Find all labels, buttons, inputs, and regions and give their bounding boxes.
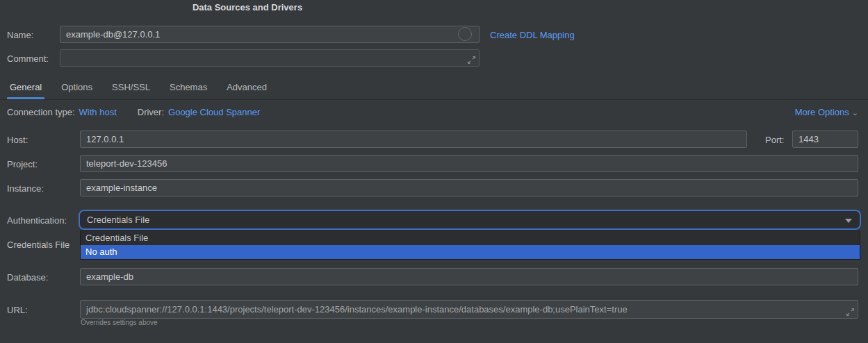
dialog-title: Data Sources and Drivers [0,2,495,12]
name-label: Name: [7,30,33,40]
url-input[interactable] [80,300,858,319]
expand-icon[interactable] [467,56,476,65]
combo-arrow-icon[interactable] [845,219,852,223]
tab-general[interactable]: General [7,76,44,99]
driver-label: Driver: [138,107,164,117]
comment-label: Comment: [7,53,49,64]
comment-field-wrap [60,49,480,67]
authentication-label: Authentication: [7,215,67,226]
more-options-label: More Options [795,107,849,117]
dropdown-item-no-auth[interactable]: No auth [81,245,860,259]
expand-icon[interactable] [846,308,855,317]
data-sources-dialog: Data Sources and Drivers Name: Create DD… [0,0,868,343]
chevron-down-icon: ⌄ [852,109,858,117]
connection-options-row: Connection type: With host Driver: Googl… [7,107,260,117]
create-ddl-mapping-link[interactable]: Create DDL Mapping [490,30,575,40]
name-field-wrap [60,26,480,43]
database-label: Database: [7,272,48,283]
database-input[interactable] [80,268,858,285]
host-input[interactable] [80,131,747,148]
refresh-circle-icon [458,27,472,41]
project-input[interactable] [80,155,858,172]
dropdown-item-credentials-file[interactable]: Credentials File [81,231,860,245]
connection-type-link[interactable]: With host [79,107,117,117]
credentials-file-label: Credentials File [7,240,69,250]
tab-ssh-ssl[interactable]: SSH/SSL [109,76,153,99]
port-input[interactable] [792,131,858,148]
driver-link[interactable]: Google Cloud Spanner [168,107,260,117]
tab-bar: General Options SSH/SSL Schemas Advanced [0,76,868,100]
name-input[interactable] [60,26,480,43]
more-options-link[interactable]: More Options ⌄ [795,107,858,117]
tab-advanced[interactable]: Advanced [224,76,270,99]
url-hint-text: Overrides settings above [81,319,158,326]
url-label: URL: [7,305,28,315]
instance-label: Instance: [7,183,44,194]
authentication-selected-value: Credentials File [87,215,149,225]
comment-input[interactable] [60,49,480,67]
authentication-combobox[interactable]: Credentials File [79,210,861,230]
authentication-dropdown-popup: Credentials File No auth [80,231,860,260]
project-label: Project: [7,159,38,169]
port-label: Port: [765,135,784,145]
connection-type-label: Connection type: [7,107,75,117]
host-label: Host: [7,135,28,145]
instance-input[interactable] [80,179,858,196]
tab-schemas[interactable]: Schemas [167,76,210,99]
url-field-wrap [80,300,858,319]
tab-options[interactable]: Options [58,76,95,99]
